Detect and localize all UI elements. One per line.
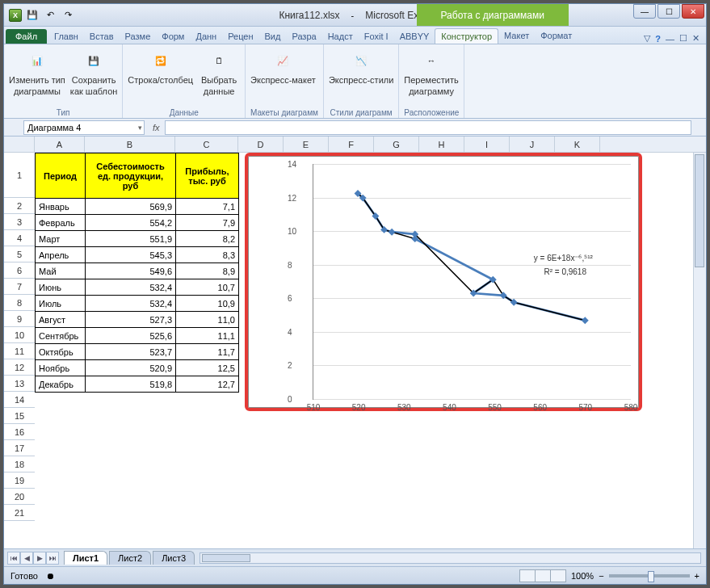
cell[interactable]: 527,3 bbox=[86, 312, 176, 328]
col-header[interactable]: K bbox=[555, 136, 600, 152]
cell[interactable]: 569,9 bbox=[86, 199, 176, 215]
ribbon-button[interactable]: 📉Экспресс-стили bbox=[329, 48, 393, 86]
sheet-tab[interactable]: Лист3 bbox=[153, 551, 195, 565]
horizontal-scrollbar[interactable] bbox=[200, 552, 701, 564]
tab-Foxit I[interactable]: Foxit I bbox=[359, 29, 394, 44]
help-icon[interactable]: ? bbox=[655, 34, 661, 44]
cell[interactable]: 12,5 bbox=[176, 360, 239, 376]
cell[interactable]: 520,9 bbox=[86, 360, 176, 376]
cell[interactable]: 554,2 bbox=[86, 215, 176, 231]
tab-file[interactable]: Файл bbox=[6, 29, 47, 44]
row-header[interactable]: 9 bbox=[4, 311, 35, 327]
cell[interactable]: 10,9 bbox=[176, 296, 239, 312]
cell[interactable]: 7,1 bbox=[176, 199, 239, 215]
cell[interactable]: 532,4 bbox=[86, 279, 176, 296]
tab-Встав[interactable]: Встав bbox=[84, 29, 120, 44]
formula-input[interactable] bbox=[165, 120, 691, 135]
view-buttons[interactable] bbox=[520, 569, 566, 582]
row-header[interactable]: 7 bbox=[4, 279, 35, 295]
row-header[interactable]: 20 bbox=[4, 489, 35, 505]
cell[interactable]: Апрель bbox=[36, 247, 86, 263]
col-header[interactable]: I bbox=[464, 136, 510, 152]
ribbon-button[interactable]: 🔁Строка/столбец bbox=[128, 48, 193, 86]
row-header[interactable]: 18 bbox=[4, 456, 35, 472]
cell[interactable]: Июль bbox=[36, 296, 86, 312]
col-header[interactable]: G bbox=[374, 136, 419, 152]
zoom-in-icon[interactable]: + bbox=[695, 571, 699, 581]
zoom-slider[interactable] bbox=[609, 574, 690, 578]
name-box[interactable]: Диаграмма 4 bbox=[23, 120, 145, 135]
cell[interactable]: 11,1 bbox=[176, 328, 239, 344]
cell[interactable]: 10,7 bbox=[176, 279, 239, 296]
cell[interactable]: 8,2 bbox=[176, 231, 239, 247]
col-header[interactable]: E bbox=[284, 136, 329, 152]
row-header[interactable]: 4 bbox=[4, 230, 35, 246]
ribbon-button[interactable]: 📊Изменить типдиаграммы bbox=[9, 48, 65, 96]
tab-Разра[interactable]: Разра bbox=[286, 29, 321, 44]
row-header[interactable]: 12 bbox=[4, 359, 35, 376]
cell[interactable]: 8,9 bbox=[176, 263, 239, 279]
fx-icon[interactable]: fx bbox=[153, 123, 160, 132]
sheet-nav-last-icon[interactable]: ⏭ bbox=[46, 552, 59, 565]
cell[interactable]: 532,4 bbox=[86, 296, 176, 312]
tab-Рецен[interactable]: Рецен bbox=[222, 29, 258, 44]
save-icon[interactable]: 💾 bbox=[25, 8, 40, 23]
sheet-tab-active[interactable]: Лист1 bbox=[64, 551, 107, 565]
cell[interactable]: Ноябрь bbox=[36, 360, 86, 376]
col-header[interactable]: F bbox=[329, 136, 374, 152]
tab-Макет[interactable]: Макет bbox=[498, 28, 535, 44]
tab-Формат[interactable]: Формат bbox=[535, 28, 578, 44]
cell[interactable]: Сентябрь bbox=[36, 328, 86, 344]
tab-Вид[interactable]: Вид bbox=[259, 29, 287, 44]
row-header[interactable]: 15 bbox=[4, 408, 35, 424]
header-cell[interactable]: Прибыль, тыс. руб bbox=[176, 153, 239, 199]
col-header[interactable]: H bbox=[419, 136, 464, 152]
ribbon-button[interactable]: 📈Экспресс-макет bbox=[250, 48, 316, 86]
header-cell[interactable]: Себестоимость ед. продукции, руб bbox=[86, 153, 176, 199]
col-header[interactable]: B bbox=[85, 136, 175, 152]
vertical-scrollbar[interactable] bbox=[693, 153, 706, 548]
doc-min-icon[interactable]: — bbox=[666, 34, 674, 44]
ribbon-button[interactable]: 💾Сохранитькак шаблон bbox=[70, 48, 118, 96]
row-header[interactable]: 3 bbox=[4, 214, 35, 230]
row-header[interactable]: 5 bbox=[4, 246, 35, 262]
cell[interactable]: 523,7 bbox=[86, 344, 176, 360]
macro-record-icon[interactable]: ⏺ bbox=[46, 571, 55, 581]
col-header[interactable]: C bbox=[175, 136, 238, 152]
cell[interactable]: Май bbox=[36, 263, 86, 279]
cell[interactable]: 525,6 bbox=[86, 328, 176, 344]
sheet-nav-first-icon[interactable]: ⏮ bbox=[7, 552, 20, 565]
cell[interactable]: Октябрь bbox=[36, 344, 86, 360]
cell[interactable]: Январь bbox=[36, 199, 86, 215]
sheet-nav-prev-icon[interactable]: ◀ bbox=[20, 552, 33, 565]
row-header[interactable]: 2 bbox=[4, 198, 35, 214]
cell[interactable]: 7,9 bbox=[176, 215, 239, 231]
cell[interactable]: 11,7 bbox=[176, 344, 239, 360]
tab-Главн[interactable]: Главн bbox=[48, 29, 84, 44]
sheet-tab[interactable]: Лист2 bbox=[109, 551, 151, 565]
cell[interactable]: 11,0 bbox=[176, 312, 239, 328]
select-all-corner[interactable] bbox=[4, 136, 35, 153]
minimize-button[interactable]: — bbox=[633, 4, 656, 19]
cell[interactable]: Июнь bbox=[36, 279, 86, 296]
col-header[interactable]: D bbox=[238, 136, 284, 152]
tab-Данн[interactable]: Данн bbox=[190, 29, 222, 44]
tab-Форм[interactable]: Форм bbox=[156, 29, 190, 44]
ribbon-minimize-icon[interactable]: ▽ bbox=[644, 33, 650, 44]
row-header[interactable]: 1 bbox=[4, 153, 35, 198]
row-header[interactable]: 11 bbox=[4, 343, 35, 359]
tab-Надст[interactable]: Надст bbox=[322, 29, 359, 44]
cell[interactable]: Август bbox=[36, 312, 86, 328]
col-header[interactable]: J bbox=[510, 136, 555, 152]
ribbon-button[interactable]: ↔Переместитьдиаграмму bbox=[404, 48, 458, 96]
zoom-level[interactable]: 100% bbox=[571, 571, 594, 581]
cell[interactable]: 12,7 bbox=[176, 376, 239, 393]
cell[interactable]: Февраль bbox=[36, 215, 86, 231]
row-header[interactable]: 13 bbox=[4, 376, 35, 392]
cell[interactable]: 551,9 bbox=[86, 231, 176, 247]
close-button[interactable]: ✕ bbox=[682, 4, 704, 19]
zoom-out-icon[interactable]: − bbox=[599, 571, 603, 581]
cell[interactable]: Март bbox=[36, 231, 86, 247]
row-header[interactable]: 6 bbox=[4, 262, 35, 279]
redo-icon[interactable]: ↷ bbox=[61, 8, 75, 23]
